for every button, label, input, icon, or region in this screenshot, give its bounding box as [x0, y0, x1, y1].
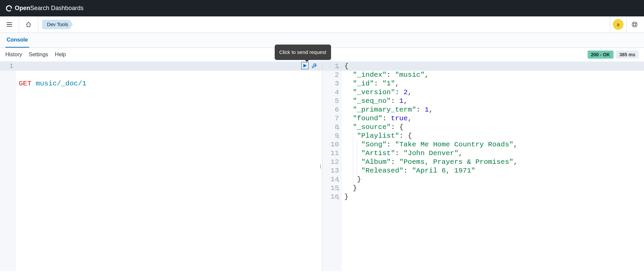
editor-area: 1 GET music/_doc/1 Click to send request…	[0, 61, 644, 271]
request-gutter: 1	[0, 61, 16, 271]
nav-bar: Dev Tools a	[0, 16, 644, 33]
help-menu-button[interactable]	[629, 19, 640, 30]
response-pane[interactable]: 1▾ 2 3 4 5 6 7 8▾ 9▾ 10 11 12 13 14▴ 15▴…	[322, 61, 644, 271]
settings-button[interactable]: Settings	[29, 52, 48, 58]
hamburger-icon	[6, 21, 12, 27]
response-code[interactable]: { "_index": "music", "_id": "1", "_versi…	[342, 61, 644, 271]
home-icon	[25, 21, 32, 27]
drag-handle-icon: ||	[320, 164, 321, 168]
tooltip: Click to send request	[275, 45, 331, 60]
wrench-icon	[312, 63, 317, 68]
svg-point-0	[10, 8, 11, 9]
play-icon	[303, 63, 307, 68]
svg-point-2	[634, 23, 636, 26]
lifebuoy-icon	[631, 21, 638, 28]
history-button[interactable]: History	[5, 52, 22, 58]
avatar[interactable]: a	[613, 19, 624, 30]
status-badge: 200 - OK	[588, 51, 613, 59]
breadcrumb[interactable]: Dev Tools	[42, 20, 73, 29]
request-actions: Click to send request	[301, 62, 318, 69]
time-badge: 385 ms	[616, 51, 639, 59]
request-pane[interactable]: 1 GET music/_doc/1 Click to send request	[0, 61, 322, 271]
opensearch-icon	[5, 5, 13, 12]
brand-logo[interactable]: OpenSearch Dashboards	[5, 5, 84, 12]
request-code[interactable]: GET music/_doc/1	[16, 61, 322, 271]
request-path: music/_doc/1	[36, 80, 86, 87]
home-button[interactable]	[23, 19, 34, 30]
request-method: GET	[19, 80, 32, 87]
send-request-button[interactable]: Click to send request	[301, 62, 309, 69]
menu-toggle-button[interactable]	[4, 19, 15, 30]
top-bar: OpenSearch Dashboards	[0, 0, 644, 16]
response-gutter: 1▾ 2 3 4 5 6 7 8▾ 9▾ 10 11 12 13 14▴ 15▴…	[322, 61, 342, 271]
request-options-button[interactable]	[311, 62, 318, 69]
brand-text: OpenSearch Dashboards	[15, 5, 84, 12]
tab-console[interactable]: Console	[5, 33, 29, 48]
help-button[interactable]: Help	[55, 52, 66, 58]
